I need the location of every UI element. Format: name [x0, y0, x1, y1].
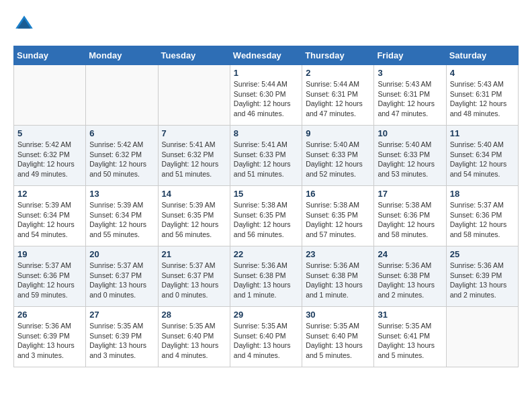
day-number: 20: [89, 249, 154, 259]
day-number: 8: [234, 128, 298, 138]
calendar-cell: 9Sunrise: 5:40 AM Sunset: 6:33 PM Daylig…: [302, 126, 374, 186]
calendar-cell: 4Sunrise: 5:43 AM Sunset: 6:31 PM Daylig…: [446, 65, 518, 126]
calendar-cell: 8Sunrise: 5:41 AM Sunset: 6:33 PM Daylig…: [230, 126, 302, 186]
calendar-cell: 3Sunrise: 5:43 AM Sunset: 6:31 PM Daylig…: [374, 65, 446, 126]
weekday-header-friday: Friday: [374, 46, 446, 65]
day-number: 1: [234, 68, 298, 78]
logo: [13, 13, 39, 35]
calendar-cell: 28Sunrise: 5:35 AM Sunset: 6:40 PM Dayli…: [158, 307, 230, 367]
weekday-header-row: SundayMondayTuesdayWednesdayThursdayFrid…: [14, 46, 519, 65]
cell-info: Sunrise: 5:43 AM Sunset: 6:31 PM Dayligh…: [378, 79, 442, 119]
calendar-cell: 7Sunrise: 5:41 AM Sunset: 6:32 PM Daylig…: [158, 126, 230, 186]
calendar-cell: 1Sunrise: 5:44 AM Sunset: 6:30 PM Daylig…: [230, 65, 302, 126]
calendar-cell: 31Sunrise: 5:35 AM Sunset: 6:41 PM Dayli…: [374, 307, 446, 367]
calendar-cell: 22Sunrise: 5:36 AM Sunset: 6:38 PM Dayli…: [230, 246, 302, 307]
calendar-cell: 16Sunrise: 5:38 AM Sunset: 6:35 PM Dayli…: [302, 186, 374, 246]
weekday-header-wednesday: Wednesday: [230, 46, 302, 65]
cell-info: Sunrise: 5:41 AM Sunset: 6:32 PM Dayligh…: [162, 140, 226, 179]
calendar-cell: 24Sunrise: 5:36 AM Sunset: 6:38 PM Dayli…: [374, 246, 446, 307]
day-number: 15: [234, 189, 298, 199]
calendar-week-row: 12Sunrise: 5:39 AM Sunset: 6:34 PM Dayli…: [14, 186, 519, 246]
calendar-cell: [158, 65, 230, 126]
cell-info: Sunrise: 5:39 AM Sunset: 6:35 PM Dayligh…: [162, 200, 226, 240]
day-number: 29: [234, 310, 298, 320]
page-header: [13, 13, 519, 35]
weekday-header-tuesday: Tuesday: [158, 46, 230, 65]
weekday-header-sunday: Sunday: [14, 46, 86, 65]
day-number: 17: [378, 189, 442, 199]
cell-info: Sunrise: 5:36 AM Sunset: 6:38 PM Dayligh…: [306, 261, 370, 300]
day-number: 22: [234, 249, 298, 259]
day-number: 21: [162, 249, 226, 259]
cell-info: Sunrise: 5:40 AM Sunset: 6:34 PM Dayligh…: [450, 140, 515, 179]
cell-info: Sunrise: 5:39 AM Sunset: 6:34 PM Dayligh…: [89, 200, 154, 240]
day-number: 2: [306, 68, 370, 78]
cell-info: Sunrise: 5:39 AM Sunset: 6:34 PM Dayligh…: [17, 200, 82, 240]
cell-info: Sunrise: 5:36 AM Sunset: 6:39 PM Dayligh…: [17, 321, 82, 361]
day-number: 25: [450, 249, 515, 259]
cell-info: Sunrise: 5:42 AM Sunset: 6:32 PM Dayligh…: [89, 140, 154, 179]
day-number: 12: [17, 189, 82, 199]
calendar-cell: 21Sunrise: 5:37 AM Sunset: 6:37 PM Dayli…: [158, 246, 230, 307]
day-number: 3: [378, 68, 442, 78]
calendar-cell: 18Sunrise: 5:37 AM Sunset: 6:36 PM Dayli…: [446, 186, 518, 246]
cell-info: Sunrise: 5:38 AM Sunset: 6:35 PM Dayligh…: [306, 200, 370, 240]
cell-info: Sunrise: 5:40 AM Sunset: 6:33 PM Dayligh…: [378, 140, 442, 179]
day-number: 24: [378, 249, 442, 259]
day-number: 11: [450, 128, 515, 138]
weekday-header-saturday: Saturday: [446, 46, 518, 65]
calendar-cell: 30Sunrise: 5:35 AM Sunset: 6:40 PM Dayli…: [302, 307, 374, 367]
logo-icon: [13, 13, 35, 35]
cell-info: Sunrise: 5:36 AM Sunset: 6:38 PM Dayligh…: [234, 261, 298, 300]
calendar-cell: [86, 65, 158, 126]
day-number: 4: [450, 68, 515, 78]
calendar-cell: 14Sunrise: 5:39 AM Sunset: 6:35 PM Dayli…: [158, 186, 230, 246]
cell-info: Sunrise: 5:42 AM Sunset: 6:32 PM Dayligh…: [17, 140, 82, 179]
cell-info: Sunrise: 5:36 AM Sunset: 6:38 PM Dayligh…: [378, 261, 442, 300]
day-number: 6: [89, 128, 154, 138]
cell-info: Sunrise: 5:37 AM Sunset: 6:36 PM Dayligh…: [450, 200, 515, 240]
calendar-cell: 10Sunrise: 5:40 AM Sunset: 6:33 PM Dayli…: [374, 126, 446, 186]
weekday-header-thursday: Thursday: [302, 46, 374, 65]
calendar-cell: 12Sunrise: 5:39 AM Sunset: 6:34 PM Dayli…: [14, 186, 86, 246]
calendar-cell: 29Sunrise: 5:35 AM Sunset: 6:40 PM Dayli…: [230, 307, 302, 367]
day-number: 13: [89, 189, 154, 199]
cell-info: Sunrise: 5:35 AM Sunset: 6:40 PM Dayligh…: [162, 321, 226, 361]
calendar-cell: 2Sunrise: 5:44 AM Sunset: 6:31 PM Daylig…: [302, 65, 374, 126]
calendar-cell: 20Sunrise: 5:37 AM Sunset: 6:37 PM Dayli…: [86, 246, 158, 307]
day-number: 7: [162, 128, 226, 138]
day-number: 28: [162, 310, 226, 320]
day-number: 18: [450, 189, 515, 199]
cell-info: Sunrise: 5:35 AM Sunset: 6:41 PM Dayligh…: [378, 321, 442, 361]
day-number: 19: [17, 249, 82, 259]
cell-info: Sunrise: 5:44 AM Sunset: 6:30 PM Dayligh…: [234, 79, 298, 119]
day-number: 23: [306, 249, 370, 259]
cell-info: Sunrise: 5:41 AM Sunset: 6:33 PM Dayligh…: [234, 140, 298, 179]
calendar-week-row: 5Sunrise: 5:42 AM Sunset: 6:32 PM Daylig…: [14, 126, 519, 186]
day-number: 30: [306, 310, 370, 320]
calendar-cell: [14, 65, 86, 126]
day-number: 5: [17, 128, 82, 138]
cell-info: Sunrise: 5:38 AM Sunset: 6:35 PM Dayligh…: [234, 200, 298, 240]
cell-info: Sunrise: 5:38 AM Sunset: 6:36 PM Dayligh…: [378, 200, 442, 240]
day-number: 14: [162, 189, 226, 199]
cell-info: Sunrise: 5:40 AM Sunset: 6:33 PM Dayligh…: [306, 140, 370, 179]
calendar-cell: 23Sunrise: 5:36 AM Sunset: 6:38 PM Dayli…: [302, 246, 374, 307]
cell-info: Sunrise: 5:35 AM Sunset: 6:40 PM Dayligh…: [306, 321, 370, 361]
calendar-cell: 15Sunrise: 5:38 AM Sunset: 6:35 PM Dayli…: [230, 186, 302, 246]
cell-info: Sunrise: 5:37 AM Sunset: 6:37 PM Dayligh…: [89, 261, 154, 300]
calendar-cell: 13Sunrise: 5:39 AM Sunset: 6:34 PM Dayli…: [86, 186, 158, 246]
cell-info: Sunrise: 5:44 AM Sunset: 6:31 PM Dayligh…: [306, 79, 370, 119]
calendar-week-row: 1Sunrise: 5:44 AM Sunset: 6:30 PM Daylig…: [14, 65, 519, 126]
day-number: 26: [17, 310, 82, 320]
day-number: 16: [306, 189, 370, 199]
cell-info: Sunrise: 5:35 AM Sunset: 6:40 PM Dayligh…: [234, 321, 298, 361]
cell-info: Sunrise: 5:37 AM Sunset: 6:36 PM Dayligh…: [17, 261, 82, 300]
calendar-cell: 5Sunrise: 5:42 AM Sunset: 6:32 PM Daylig…: [14, 126, 86, 186]
cell-info: Sunrise: 5:37 AM Sunset: 6:37 PM Dayligh…: [162, 261, 226, 300]
weekday-header-monday: Monday: [86, 46, 158, 65]
cell-info: Sunrise: 5:43 AM Sunset: 6:31 PM Dayligh…: [450, 79, 515, 119]
cell-info: Sunrise: 5:36 AM Sunset: 6:39 PM Dayligh…: [450, 261, 515, 300]
calendar-cell: 11Sunrise: 5:40 AM Sunset: 6:34 PM Dayli…: [446, 126, 518, 186]
day-number: 31: [378, 310, 442, 320]
